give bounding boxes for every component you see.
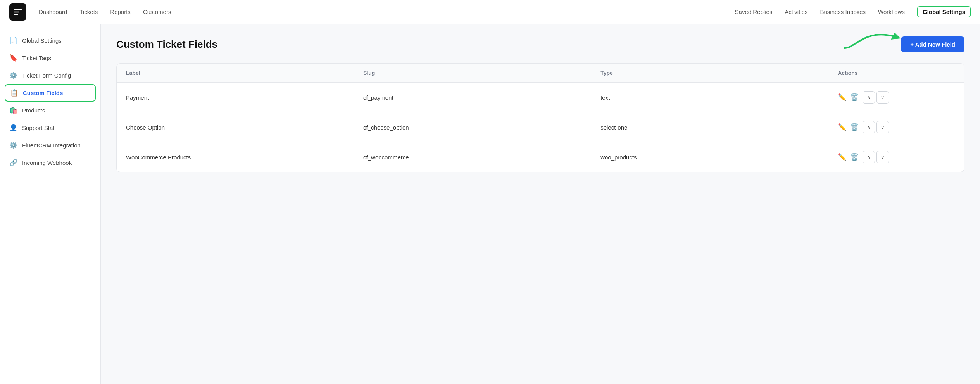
main-header: Custom Ticket Fields + Add New Field [116, 36, 964, 52]
col-header-slug: Slug [354, 64, 591, 83]
sidebar-item-fluentcrm-integration[interactable]: ⚙️ FluentCRM Integration [0, 137, 100, 154]
col-header-type: Type [591, 64, 828, 83]
nav-activities[interactable]: Activities [785, 7, 807, 17]
move-down-button[interactable]: ∨ [876, 121, 889, 133]
field-slug-choose-option: cf_choose_option [354, 112, 591, 142]
nav-tickets[interactable]: Tickets [79, 7, 98, 17]
sidebar-item-label: Global Settings [22, 37, 62, 44]
app-logo [9, 3, 26, 21]
sidebar-item-label: Ticket Tags [22, 55, 51, 61]
edit-icon[interactable]: ✏️ [838, 153, 846, 161]
edit-icon[interactable]: ✏️ [838, 123, 846, 131]
table-row: Payment cf_payment text ✏️ 🗑️ ∧ ∨ [117, 83, 964, 112]
top-navigation: Dashboard Tickets Reports Customers Save… [0, 0, 980, 24]
field-label-woocommerce: WooCommerce Products [117, 142, 354, 172]
custom-fields-table: Label Slug Type Actions Payment cf_payme… [116, 63, 964, 172]
table-row: Choose Option cf_choose_option select-on… [117, 112, 964, 142]
sidebar-item-label: Incoming Webhook [22, 159, 72, 166]
nav-reports[interactable]: Reports [110, 7, 131, 17]
nav-customers[interactable]: Customers [143, 7, 171, 17]
arrow-annotation [840, 25, 902, 52]
sidebar-item-global-settings[interactable]: 📄 Global Settings [0, 32, 100, 49]
gear-icon: ⚙️ [9, 71, 17, 80]
nav-saved-replies[interactable]: Saved Replies [735, 7, 773, 17]
move-up-button[interactable]: ∧ [863, 91, 875, 104]
bookmark-icon: 🔖 [9, 54, 17, 62]
sidebar-item-label: FluentCRM Integration [22, 142, 81, 149]
webhook-icon: 🔗 [9, 159, 17, 167]
sort-group: ∧ ∨ [863, 121, 889, 133]
col-header-actions: Actions [828, 64, 964, 83]
actions-cell: ✏️ 🗑️ ∧ ∨ [838, 91, 955, 104]
field-label-choose-option: Choose Option [117, 112, 354, 142]
list-icon: 📋 [10, 89, 18, 97]
nav-right: Saved Replies Activities Business Inboxe… [735, 6, 971, 17]
field-actions-choose-option: ✏️ 🗑️ ∧ ∨ [828, 112, 964, 142]
main-content: Custom Ticket Fields + Add New Field Lab… [101, 24, 980, 384]
nav-dashboard[interactable]: Dashboard [39, 7, 67, 17]
nav-workflows[interactable]: Workflows [878, 7, 905, 17]
move-up-button[interactable]: ∧ [863, 151, 875, 163]
sidebar-item-label: Ticket Form Config [22, 72, 71, 79]
sidebar-item-ticket-form-config[interactable]: ⚙️ Ticket Form Config [0, 67, 100, 84]
field-label-payment: Payment [117, 83, 354, 112]
delete-icon[interactable]: 🗑️ [850, 153, 859, 161]
field-slug-payment: cf_payment [354, 83, 591, 112]
sidebar-item-label: Support Staff [22, 125, 56, 131]
sidebar-item-label: Custom Fields [23, 90, 63, 96]
sidebar: 📄 Global Settings 🔖 Ticket Tags ⚙️ Ticke… [0, 24, 101, 384]
field-type-woocommerce: woo_products [591, 142, 828, 172]
move-down-button[interactable]: ∨ [876, 151, 889, 163]
page-title: Custom Ticket Fields [116, 38, 217, 50]
col-header-label: Label [117, 64, 354, 83]
sidebar-item-label: Products [22, 107, 45, 114]
nav-business-inboxes[interactable]: Business Inboxes [820, 7, 866, 17]
move-up-button[interactable]: ∧ [863, 121, 875, 133]
delete-icon[interactable]: 🗑️ [850, 123, 859, 131]
sidebar-item-custom-fields[interactable]: 📋 Custom Fields [5, 84, 96, 102]
sort-group: ∧ ∨ [863, 91, 889, 104]
sidebar-item-ticket-tags[interactable]: 🔖 Ticket Tags [0, 49, 100, 67]
integration-icon: ⚙️ [9, 141, 17, 149]
delete-icon[interactable]: 🗑️ [850, 93, 859, 102]
sort-group: ∧ ∨ [863, 151, 889, 163]
field-type-payment: text [591, 83, 828, 112]
page-layout: 📄 Global Settings 🔖 Ticket Tags ⚙️ Ticke… [0, 24, 980, 384]
table-header-row: Label Slug Type Actions [117, 64, 964, 83]
table-row: WooCommerce Products cf_woocommerce woo_… [117, 142, 964, 172]
add-new-field-button[interactable]: + Add New Field [901, 36, 964, 52]
field-slug-woocommerce: cf_woocommerce [354, 142, 591, 172]
document-icon: 📄 [9, 36, 17, 45]
edit-icon[interactable]: ✏️ [838, 93, 846, 102]
field-actions-woocommerce: ✏️ 🗑️ ∧ ∨ [828, 142, 964, 172]
fields-table: Label Slug Type Actions Payment cf_payme… [117, 64, 964, 172]
nav-global-settings[interactable]: Global Settings [917, 6, 971, 17]
actions-cell: ✏️ 🗑️ ∧ ∨ [838, 121, 955, 133]
sidebar-item-support-staff[interactable]: 👤 Support Staff [0, 119, 100, 137]
field-type-choose-option: select-one [591, 112, 828, 142]
person-icon: 👤 [9, 124, 17, 132]
bag-icon: 🛍️ [9, 106, 17, 114]
actions-cell: ✏️ 🗑️ ∧ ∨ [838, 151, 955, 163]
sidebar-item-products[interactable]: 🛍️ Products [0, 102, 100, 119]
nav-left: Dashboard Tickets Reports Customers [39, 7, 171, 17]
move-down-button[interactable]: ∨ [876, 91, 889, 104]
field-actions-payment: ✏️ 🗑️ ∧ ∨ [828, 83, 964, 112]
header-right: + Add New Field [901, 36, 964, 52]
sidebar-item-incoming-webhook[interactable]: 🔗 Incoming Webhook [0, 154, 100, 171]
